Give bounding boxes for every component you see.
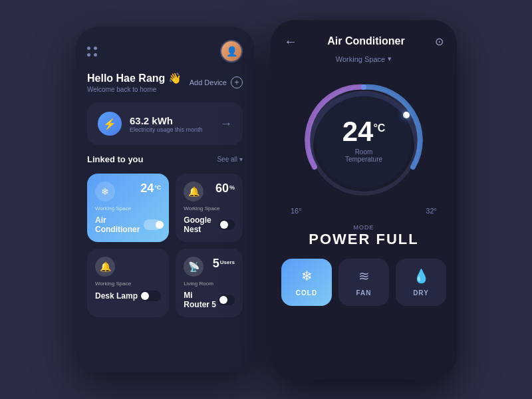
temperature-gauge[interactable]: 24°C RoomTemperature <box>297 74 430 207</box>
ac-icon: ❄ <box>95 182 115 201</box>
greeting-row: Hello Hae Rang 👋 Welcome back to home Ad… <box>87 72 243 93</box>
ac-name: Air Conditioner <box>95 215 144 234</box>
mode-cold-button[interactable]: ❄ COLD <box>281 259 332 306</box>
chevron-down-icon: ▾ <box>388 55 392 63</box>
nest-toggle[interactable] <box>219 219 235 230</box>
electricity-label: Electricity usage this month <box>130 126 212 133</box>
right-header: ← Air Conditioner ⊙ <box>271 20 457 55</box>
add-device-icon: + <box>231 76 243 88</box>
left-phone: 👤 Hello Hae Rang 👋 Welcome back to home … <box>75 27 255 372</box>
lamp-room: Working Space <box>95 281 161 287</box>
greeting-name: Hello Hae Rang 👋 <box>87 72 182 84</box>
back-button[interactable]: ← <box>284 35 297 48</box>
ac-value: 24°C <box>140 182 161 196</box>
dry-label: DRY <box>413 289 429 297</box>
router-toggle[interactable] <box>218 295 235 305</box>
fan-icon: ≋ <box>358 268 370 284</box>
router-room: Living Room <box>184 281 235 287</box>
nest-icon: 🔔 <box>184 182 203 201</box>
device-card-mi-router[interactable]: 📡 5 Users Living Room Mi Router 5 <box>176 249 243 317</box>
see-all-button[interactable]: See all ▾ <box>217 156 243 163</box>
right-subtitle: Working Space ▾ <box>271 55 457 67</box>
temperature-label: RoomTemperature <box>342 148 386 163</box>
dry-icon: 💧 <box>413 268 430 284</box>
cold-icon: ❄ <box>301 268 313 284</box>
mode-dry-button[interactable]: 💧 DRY <box>396 259 446 306</box>
device-card-air-conditioner[interactable]: ❄ 24°C Working Space Air Conditioner <box>87 174 169 242</box>
router-icon: 📡 <box>184 257 203 277</box>
location-label[interactable]: Working Space ▾ <box>284 55 444 63</box>
right-title: Air Conditioner <box>327 35 404 47</box>
right-phone: ← Air Conditioner ⊙ Working Space ▾ 24° <box>271 20 457 379</box>
mode-value: POWER FULL <box>271 231 457 248</box>
router-name: Mi Router 5 <box>184 291 217 309</box>
device-card-desk-lamp[interactable]: 🔔 Working Space Desk Lamp <box>87 249 169 317</box>
nest-value: 60% <box>215 182 235 196</box>
temp-min: 16° <box>291 207 302 215</box>
gauge-center: 24°C RoomTemperature <box>342 118 386 163</box>
mode-fan-button[interactable]: ≋ FAN <box>338 259 389 306</box>
electricity-value: 63.2 kWh <box>130 115 212 126</box>
lamp-name: Desk Lamp <box>95 291 138 301</box>
chevron-down-icon: ▾ <box>239 156 243 163</box>
ac-room: Working Space <box>95 205 161 211</box>
mode-section: Mode POWER FULL <box>271 215 457 252</box>
router-value: 5 Users <box>213 257 235 271</box>
fan-label: FAN <box>356 289 372 297</box>
settings-icon[interactable]: ⊙ <box>435 35 444 48</box>
electricity-card[interactable]: ⚡ 63.2 kWh Electricity usage this month … <box>87 102 243 145</box>
section-header: Linked to you See all ▾ <box>87 154 243 164</box>
nest-name: Google Nest <box>184 215 219 234</box>
left-header: 👤 <box>87 40 243 63</box>
add-device-button[interactable]: Add Device + <box>190 76 243 88</box>
electricity-icon: ⚡ <box>98 112 122 136</box>
device-card-google-nest[interactable]: 🔔 60% Working Space Google Nest <box>176 174 243 242</box>
ac-toggle[interactable] <box>144 219 162 230</box>
avatar[interactable]: 👤 <box>220 40 243 63</box>
arrow-icon: → <box>220 117 232 131</box>
linked-title: Linked to you <box>87 154 144 164</box>
mode-buttons: ❄ COLD ≋ FAN 💧 DRY <box>271 252 457 319</box>
temperature-range: 16° 32° <box>271 207 457 215</box>
devices-grid: ❄ 24°C Working Space Air Conditioner 🔔 6… <box>87 174 243 317</box>
lamp-toggle[interactable] <box>140 291 161 301</box>
greeting-sub: Welcome back to home <box>87 86 182 93</box>
temperature-display: 24°C <box>342 118 386 146</box>
menu-icon[interactable] <box>87 47 97 57</box>
temp-max: 32° <box>426 207 437 215</box>
lamp-icon: 🔔 <box>95 257 115 277</box>
cold-label: COLD <box>296 289 317 297</box>
nest-room: Working Space <box>184 205 235 211</box>
mode-label: Mode <box>271 224 457 231</box>
